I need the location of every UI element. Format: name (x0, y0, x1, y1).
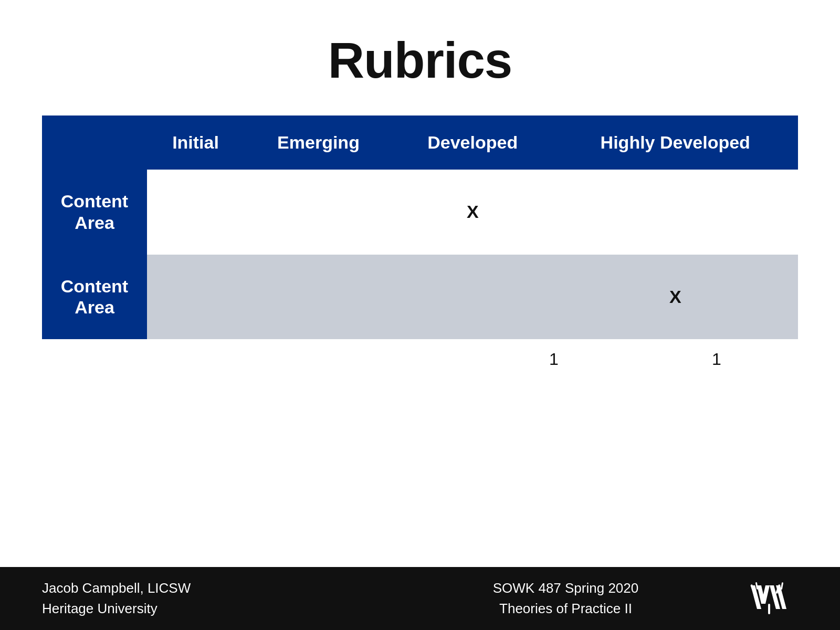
header-initial: Initial (147, 116, 244, 170)
footer-course: SOWK 487 Spring 2020 (391, 578, 740, 598)
table-row: ContentArea X (42, 255, 798, 340)
score-developed: 1 (472, 339, 635, 380)
footer-course-title: Theories of Practice II (391, 598, 740, 619)
svg-rect-9 (768, 604, 770, 614)
cell-2-initial (147, 255, 244, 340)
footer: Jacob Campbell, LICSW Heritage Universit… (0, 567, 840, 630)
header-emerging: Emerging (244, 116, 393, 170)
cell-2-emerging (244, 255, 393, 340)
cell-1-highly-developed (553, 170, 798, 255)
footer-instructor: Jacob Campbell, LICSW (42, 578, 391, 598)
header-empty (42, 116, 147, 170)
cell-1-initial (147, 170, 244, 255)
footer-logo (740, 570, 798, 627)
table-header-row: Initial Emerging Developed Highly Develo… (42, 116, 798, 170)
score-row: 1 1 (42, 339, 798, 380)
score-empty (42, 339, 147, 380)
cell-2-highly-developed: X (553, 255, 798, 340)
table-row: ContentArea X (42, 170, 798, 255)
score-emerging (310, 339, 472, 380)
score-initial (147, 339, 310, 380)
footer-left: Jacob Campbell, LICSW Heritage Universit… (42, 578, 391, 619)
score-highly-developed: 1 (635, 339, 798, 380)
cell-1-developed: X (393, 170, 553, 255)
logo-icon (746, 575, 793, 622)
cell-2-developed (393, 255, 553, 340)
row-label-2: ContentArea (42, 255, 147, 340)
cell-1-emerging (244, 170, 393, 255)
row-label-1: ContentArea (42, 170, 147, 255)
footer-center: SOWK 487 Spring 2020 Theories of Practic… (391, 578, 740, 619)
footer-institution: Heritage University (42, 598, 391, 619)
header-highly-developed: Highly Developed (553, 116, 798, 170)
svg-rect-8 (781, 582, 783, 590)
rubrics-table: Initial Emerging Developed Highly Develo… (42, 116, 798, 339)
header-developed: Developed (393, 116, 553, 170)
page-title: Rubrics (0, 0, 840, 116)
